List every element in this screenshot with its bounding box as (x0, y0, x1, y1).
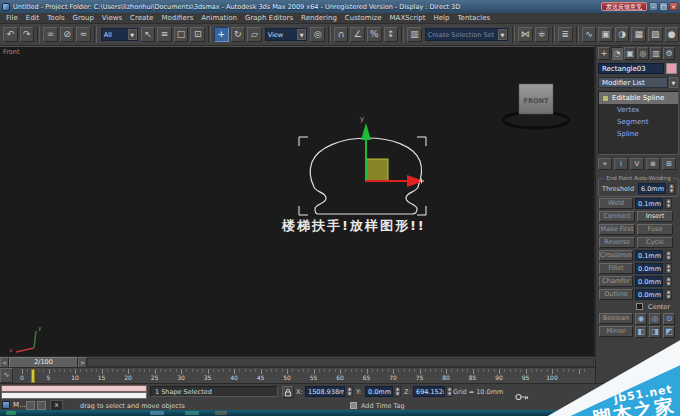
mirror-button[interactable]: ⋈ (518, 27, 533, 42)
menu-animation[interactable]: Animation (197, 14, 241, 22)
spinner-down-icon[interactable]: ▼ (669, 189, 674, 194)
tab-utilities[interactable]: ⚙ (663, 47, 675, 60)
cycle-button[interactable]: Cycle (637, 237, 673, 248)
rendered-frame-window-button[interactable]: ▧ (648, 27, 663, 42)
percent-snap-toggle-button[interactable]: % (367, 27, 382, 42)
taskbar-item[interactable] (215, 411, 227, 415)
quick-render-button[interactable]: ● (665, 27, 680, 42)
angle-snap-toggle-button[interactable]: ∠ (350, 27, 365, 42)
current-frame-marker[interactable] (31, 369, 35, 383)
windows-taskbar[interactable] (0, 410, 680, 416)
modifier-list-dropdown[interactable]: Modifier List (598, 77, 668, 88)
boolean-intersect-button[interactable]: ⊙ (663, 313, 675, 325)
edit-named-selection-sets-button[interactable]: ▥ (407, 27, 422, 42)
x-coordinate-field[interactable]: 1508.938m (305, 386, 345, 397)
mini-window-button[interactable] (26, 401, 35, 410)
maxscript-macro-recorder[interactable] (1, 385, 147, 392)
crossinsert-field[interactable]: 0.1mm (635, 250, 663, 261)
menu-maxscript[interactable]: MAXScript (386, 14, 430, 22)
fillet-field[interactable]: 0.0mm (635, 263, 663, 274)
z-coordinate-field[interactable]: 694.152mm (413, 386, 445, 397)
tab-display[interactable]: ▥ (650, 47, 662, 60)
taskbar-item[interactable] (150, 411, 164, 415)
undo-button[interactable]: ↶ (3, 27, 18, 42)
mirror-vertical-button[interactable]: ◨ (649, 326, 661, 338)
center-checkbox[interactable] (636, 303, 643, 310)
spinner-down-icon[interactable]: ▼ (666, 269, 671, 274)
named-selection-set-combo[interactable]: Create Selection Set▼ (425, 28, 508, 41)
stack-item-editable-spline[interactable]: Editable Spline (599, 92, 678, 104)
boolean-button[interactable]: Boolean (599, 313, 633, 324)
time-slider-track[interactable] (87, 358, 594, 367)
use-pivot-point-center-button[interactable]: ◎ (310, 27, 325, 42)
mirror-horizontal-button[interactable]: ◧ (635, 326, 647, 338)
curve-editor-button[interactable]: ∿ (582, 27, 597, 42)
threshold-field[interactable]: 6.0mm (638, 183, 666, 194)
outline-button[interactable]: Outline (599, 289, 633, 300)
chevron-down-icon[interactable]: ▼ (669, 77, 678, 88)
maximize-button[interactable]: □ (659, 2, 668, 11)
select-and-move-button[interactable]: + (214, 27, 229, 42)
outline-spinner[interactable]: ▲▼ (665, 289, 672, 300)
y-coordinate-field[interactable]: 0.0mm (365, 386, 393, 397)
object-color-swatch[interactable] (666, 63, 677, 74)
menu-help[interactable]: Help (430, 14, 454, 22)
dropdown-arrow-icon[interactable]: ▼ (297, 29, 306, 40)
select-and-scale-button[interactable]: ▱ (247, 27, 262, 42)
menu-views[interactable]: Views (98, 14, 126, 22)
viewport-front[interactable]: Front FRONT y (0, 46, 595, 356)
stack-item-vertex[interactable]: Vertex (599, 104, 678, 116)
select-and-link-button[interactable]: ∞ (43, 27, 58, 42)
fillet-spinner[interactable]: ▲▼ (665, 263, 672, 274)
tab-hierarchy[interactable]: ▣ (624, 47, 636, 60)
menu-customize[interactable]: Customize (341, 14, 386, 22)
dropdown-arrow-icon[interactable]: ▼ (498, 29, 507, 40)
menu-file[interactable]: File (2, 14, 22, 22)
select-object-button[interactable]: ↖ (141, 27, 156, 42)
boolean-subtract-button[interactable]: ◎ (649, 313, 661, 325)
tab-create[interactable]: + (598, 47, 610, 60)
stack-item-spline[interactable]: Spline (599, 128, 678, 140)
maxscript-mini-listener[interactable] (1, 392, 147, 399)
x-coordinate-spinner[interactable]: ▲▼ (346, 386, 353, 397)
weld-spinner[interactable]: ▲▼ (665, 198, 672, 209)
crossinsert-button[interactable]: CrossInsert (599, 250, 633, 261)
menu-create[interactable]: Create (126, 14, 157, 22)
y-coordinate-spinner[interactable]: ▲▼ (394, 386, 401, 397)
selection-filter-combo[interactable]: All▼ (101, 28, 138, 41)
weld-button[interactable]: Weld (599, 198, 633, 209)
fuse-button[interactable]: Fuse (637, 224, 673, 235)
gizmo-xy-plane-handle[interactable] (366, 159, 388, 181)
make-unique-button[interactable]: V (630, 158, 644, 170)
open-mini-curve-editor-button[interactable]: ∿ (0, 368, 13, 383)
select-and-rotate-button[interactable]: ↻ (231, 27, 246, 42)
crossinsert-spinner[interactable]: ▲▼ (665, 250, 672, 261)
reference-coordinate-system-combo[interactable]: View▼ (265, 28, 308, 41)
tab-motion[interactable]: ◎ (637, 47, 649, 60)
select-by-name-button[interactable]: ≡ (157, 27, 172, 42)
boolean-union-button[interactable]: ◉ (635, 313, 647, 325)
menu-edit[interactable]: Edit (22, 14, 44, 22)
redo-button[interactable]: ↷ (20, 27, 35, 42)
menu-rendering[interactable]: Rendering (297, 14, 341, 22)
spinner-down-icon[interactable]: ▼ (347, 392, 352, 397)
schematic-view-button[interactable]: ▣ (598, 27, 613, 42)
menu-tentacles[interactable]: Tentacles (453, 14, 494, 22)
add-time-tag-button[interactable]: Add Time Tag (361, 402, 405, 410)
show-end-result-button[interactable]: i (614, 158, 628, 170)
menu-graph-editors[interactable]: Graph Editors (241, 14, 297, 22)
spinner-down-icon[interactable]: ▼ (666, 256, 671, 261)
reverse-button[interactable]: Reverse (599, 237, 635, 248)
mini-window-title[interactable]: M... (13, 401, 26, 409)
outline-field[interactable]: 0.0mm (635, 289, 663, 300)
taskbar-start-icon[interactable] (6, 411, 16, 415)
rectangular-selection-region-button[interactable]: □ (174, 27, 189, 42)
pin-stack-button[interactable]: ⌖ (598, 158, 612, 170)
set-key-button[interactable] (515, 387, 529, 406)
fillet-button[interactable]: Fillet (599, 263, 633, 274)
make-first-button[interactable]: Make First (599, 224, 635, 235)
selection-lock-toggle[interactable] (282, 386, 294, 398)
chamfer-field[interactable]: 0.0mm (635, 276, 663, 287)
spinner-down-icon[interactable]: ▼ (666, 282, 671, 287)
window-crossing-button[interactable]: ⊡ (190, 27, 205, 42)
